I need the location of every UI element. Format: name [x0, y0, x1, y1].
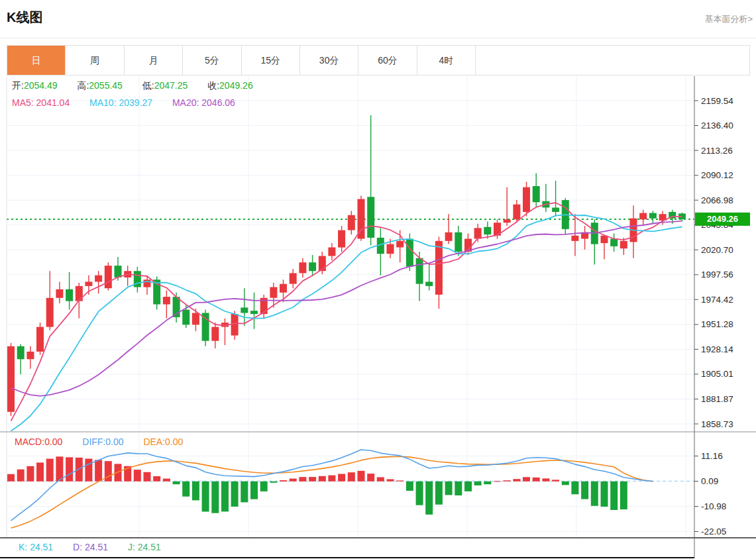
- svg-text:1905.01: 1905.01: [701, 369, 733, 379]
- price-axis-labels: 2159.542136.402113.262090.122066.982043.…: [694, 96, 733, 429]
- diff-label: DIFF:: [82, 436, 105, 447]
- ma10-value: 2039.27: [119, 97, 152, 108]
- diff-group: DIFF:0.00: [82, 436, 123, 447]
- d-label: D:: [73, 542, 85, 552]
- ma5-group: MA5: 2041.04: [12, 97, 70, 108]
- ma10-label: MA10:: [89, 97, 119, 108]
- open-label: 开:: [12, 80, 24, 91]
- tab-15min[interactable]: 15分: [242, 46, 300, 75]
- svg-text:1858.73: 1858.73: [701, 419, 733, 429]
- svg-text:2159.54: 2159.54: [701, 96, 733, 106]
- diff-value: 0.00: [105, 436, 123, 447]
- k-value: 24.51: [30, 542, 53, 552]
- tab-week[interactable]: 周: [66, 46, 124, 75]
- kdj-legend: K: 24.51 D: 24.51 J: 24.51: [19, 542, 178, 552]
- ma20-line: [11, 221, 682, 396]
- high-value: 2055.45: [89, 80, 123, 91]
- tab-5min[interactable]: 5分: [183, 46, 241, 75]
- ma10-group: MA10: 2039.27: [89, 97, 152, 108]
- axes: [0, 76, 756, 558]
- svg-text:-10.98: -10.98: [701, 501, 726, 511]
- tab-60min[interactable]: 60分: [358, 46, 417, 75]
- ma5-label: MA5:: [12, 97, 36, 108]
- macd-label: MACD:: [15, 436, 44, 447]
- tab-day[interactable]: 日: [7, 46, 66, 75]
- svg-text:1951.28: 1951.28: [701, 319, 733, 329]
- svg-text:2066.98: 2066.98: [701, 195, 733, 205]
- macd-group: MACD:0.00: [15, 436, 62, 447]
- low-label: 低:: [142, 80, 154, 91]
- low-value: 2047.25: [154, 80, 188, 91]
- dea-group: DEA:0.00: [143, 436, 183, 447]
- dea-label: DEA:: [143, 436, 165, 447]
- svg-text:0.09: 0.09: [701, 476, 718, 486]
- macd-value: 0.00: [44, 436, 62, 447]
- macd-axis-labels: 11.160.09-10.98-22.05: [694, 451, 726, 536]
- dea-value: 0.00: [165, 436, 183, 447]
- tab-month[interactable]: 月: [125, 46, 183, 75]
- j-label: J:: [128, 542, 138, 552]
- ma10-line: [11, 215, 682, 431]
- k-group: K: 24.51: [19, 542, 53, 552]
- ohlc-legend: 开:2054.49 高:2055.45 低:2047.25 收:2049.26: [12, 80, 270, 92]
- close-group: 收:2049.26: [207, 80, 253, 91]
- open-group: 开:2054.49: [12, 80, 58, 91]
- svg-text:11.16: 11.16: [701, 451, 723, 461]
- high-label: 高:: [77, 80, 89, 91]
- ma20-group: MA20: 2046.06: [172, 97, 235, 108]
- fundamental-analysis-link[interactable]: 基本面分析>: [704, 13, 753, 25]
- svg-text:1881.87: 1881.87: [701, 394, 733, 404]
- low-group: 低:2047.25: [142, 80, 188, 91]
- timeframe-tabbar: 日 周 月 5分 15分 30分 60分 4时: [7, 45, 750, 76]
- svg-text:2136.40: 2136.40: [701, 121, 733, 130]
- macd-legend: MACD:0.00 DIFF:0.00 DEA:0.00: [15, 436, 200, 447]
- j-group: J: 24.51: [128, 542, 161, 552]
- svg-text:1997.56: 1997.56: [701, 270, 733, 280]
- header-divider: [0, 38, 756, 38]
- tab-30min[interactable]: 30分: [300, 46, 358, 75]
- macd-bars: [7, 456, 627, 514]
- ma-legend: MA5: 2041.04 MA10: 2039.27 MA20: 2046.06: [12, 97, 252, 108]
- open-value: 2054.49: [24, 80, 58, 91]
- svg-text:2049.26: 2049.26: [707, 214, 738, 224]
- close-value: 2049.26: [219, 80, 253, 91]
- j-value: 24.51: [138, 542, 161, 552]
- tab-4hour[interactable]: 4时: [417, 46, 476, 75]
- d-value: 24.51: [85, 542, 108, 552]
- candles: [7, 115, 686, 416]
- svg-text:2113.26: 2113.26: [701, 146, 733, 156]
- close-label: 收:: [207, 80, 219, 91]
- ma5-value: 2041.04: [36, 97, 70, 108]
- ma20-value: 2046.06: [201, 97, 235, 108]
- svg-text:1928.14: 1928.14: [701, 344, 733, 354]
- svg-text:-22.05: -22.05: [701, 527, 726, 536]
- svg-text:1974.42: 1974.42: [701, 295, 733, 305]
- k-label: K:: [19, 542, 30, 552]
- high-group: 高:2055.45: [77, 80, 123, 91]
- current-price-tag: 2049.26: [695, 213, 750, 226]
- tabbar-filler: [476, 46, 749, 75]
- svg-text:2090.12: 2090.12: [701, 170, 733, 180]
- svg-text:2020.70: 2020.70: [701, 245, 733, 255]
- page-title: K线图: [7, 9, 42, 26]
- ma20-label: MA20:: [172, 97, 201, 108]
- d-group: D: 24.51: [73, 542, 108, 552]
